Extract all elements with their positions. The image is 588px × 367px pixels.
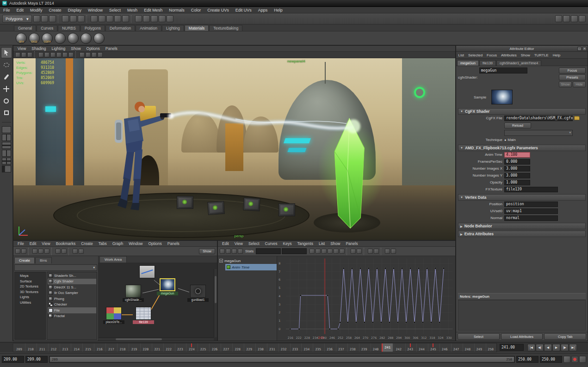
section-header-vertex-data[interactable]: ▼ Vertex Data: [458, 194, 586, 201]
section-header-collapsed[interactable]: ▶ Extra Attributes: [458, 231, 586, 237]
node-type-item[interactable]: Cgfx Shader: [48, 279, 96, 285]
attribute-editor-menu-item[interactable]: Attributes: [499, 52, 519, 58]
menu-item[interactable]: Mesh: [124, 7, 141, 13]
toggle-tool-settings-icon[interactable]: [563, 15, 570, 22]
go-to-end-button[interactable]: ▶|: [569, 344, 577, 351]
place2d-node[interactable]: place2dTe...: [103, 307, 124, 324]
range-slider-track[interactable]: 209 250: [49, 356, 515, 363]
menu-item[interactable]: Normals: [166, 7, 188, 13]
select-tool[interactable]: [1, 47, 12, 58]
render-settings-icon[interactable]: [167, 15, 173, 22]
attribute-value-field[interactable]: file139: [504, 187, 558, 192]
outliner-persp-layout[interactable]: [2, 165, 11, 172]
notes-header[interactable]: Notes: megaGun: [458, 293, 586, 300]
value-snap-icon[interactable]: [391, 249, 396, 254]
shaderfx-shelf-icon[interactable]: SFX: [16, 33, 27, 44]
single-pane-layout[interactable]: [2, 126, 11, 133]
node-type-item[interactable]: Phong: [48, 296, 96, 302]
graph-editor-menu-item[interactable]: Panels: [343, 241, 360, 246]
title-bar[interactable]: M Autodesk Maya LT 2014: [0, 0, 588, 7]
spline-tangents-icon[interactable]: [309, 249, 315, 254]
shelf-tab[interactable]: Curves: [37, 25, 57, 31]
attribute-editor-menu-item[interactable]: Selected: [466, 52, 484, 58]
safe-title-icon[interactable]: [68, 52, 74, 57]
menu-item[interactable]: Window: [85, 7, 106, 13]
menu-item[interactable]: Select: [106, 7, 124, 13]
graph-editor-menu-item[interactable]: List: [316, 241, 328, 246]
toggle-channel-box-icon[interactable]: [571, 15, 578, 22]
shelf-tab[interactable]: Deformation: [105, 25, 135, 31]
megagun-node[interactable]: megaGun: [157, 278, 178, 295]
viewport-canvas[interactable]: Verts: 486754 Edges: 931310 Polygons: 45…: [13, 58, 455, 240]
lambert-shelf-icon[interactable]: [80, 33, 92, 44]
category-item[interactable]: Lights: [15, 294, 45, 300]
category-item[interactable]: 2D Textures: [15, 284, 45, 289]
category-item[interactable]: Maya: [15, 273, 45, 279]
graph-editor-menu-item[interactable]: Curves: [262, 241, 280, 246]
lasso-tool[interactable]: [1, 59, 12, 70]
section-header-collapsed[interactable]: ▶ Node Behavior: [458, 223, 586, 229]
step-forward-frame-button[interactable]: |▶: [561, 344, 569, 351]
hypershade-menu-item[interactable]: Panels: [165, 241, 182, 246]
menu-set-selector[interactable]: Polygons ▾: [2, 15, 32, 23]
shader-node[interactable]: cgfxShade...: [123, 285, 144, 302]
show-bottom-tabs-icon[interactable]: [62, 249, 67, 254]
image-plane-icon[interactable]: [27, 52, 32, 57]
animation-start-field[interactable]: 209.00: [2, 356, 24, 363]
hypershade-menu-item[interactable]: Graph: [110, 241, 126, 246]
node-type-item[interactable]: Ilr Occ Sampler: [48, 290, 96, 296]
attribute-editor-menu-item[interactable]: Focus: [485, 52, 499, 58]
separator[interactable]: [51, 248, 54, 255]
node-type-item[interactable]: DirectX 11 S...: [48, 284, 96, 290]
select-hierarchy-icon[interactable]: [62, 15, 69, 22]
node-type-item[interactable]: File: [48, 307, 96, 313]
two-pane-stacked-layout[interactable]: [2, 142, 11, 149]
shelf-tab[interactable]: Materials: [185, 25, 209, 31]
current-time-field[interactable]: 241.00: [500, 344, 524, 351]
hypershade-menu-item[interactable]: Edit: [27, 241, 39, 246]
graph-editor-menu-item[interactable]: Keys: [280, 241, 295, 246]
attribute-editor-action-button[interactable]: Copy Tab: [544, 333, 586, 340]
resolution-gate-icon[interactable]: [50, 52, 56, 57]
shelf-tab[interactable]: Animation: [136, 25, 161, 31]
separator[interactable]: [347, 248, 349, 255]
attribute-value-field[interactable]: 3.000: [504, 166, 530, 171]
category-item[interactable]: 3D Textures: [15, 289, 45, 295]
reload-button[interactable]: Reload: [504, 122, 531, 128]
attribute-value-field[interactable]: 0.000: [504, 159, 530, 165]
viewport-menu-item[interactable]: Options: [84, 46, 103, 51]
hypershade-menu-item[interactable]: File: [15, 241, 27, 246]
graph-editor-menu-item[interactable]: Edit: [219, 241, 232, 246]
step-tangents-icon[interactable]: [334, 249, 339, 254]
menu-item[interactable]: Edit: [13, 7, 27, 13]
cgfx-file-field[interactable]: renderData\shaders\HSM_FX.cgfx: [504, 116, 573, 121]
node-type-item[interactable]: Checker: [48, 302, 96, 308]
node-graph-canvas[interactable]: cgfxShade... megaGun gunBlast1 place2dTe…: [99, 263, 217, 341]
rearrange-graph-icon[interactable]: [38, 249, 43, 254]
make-live-icon[interactable]: [122, 15, 129, 22]
graph-editor-menu-item[interactable]: View: [232, 241, 246, 246]
stats-time-field[interactable]: [256, 248, 281, 254]
node-name-field[interactable]: megaGun: [479, 67, 527, 73]
menu-item[interactable]: Edit UVs: [232, 7, 255, 13]
clamped-tangents-icon[interactable]: [316, 249, 321, 254]
range-slider-bar[interactable]: 209 250: [50, 357, 514, 362]
separator[interactable]: [68, 248, 71, 255]
auto-keyframe-icon[interactable]: [571, 356, 578, 363]
graph-editor-menu-item[interactable]: Tangents: [294, 241, 316, 246]
move-nearest-picked-key-icon[interactable]: [220, 249, 225, 254]
attribute-editor-menu-item[interactable]: TURTLE: [532, 52, 551, 58]
ramp-shader-shelf-icon[interactable]: [93, 33, 105, 44]
phong-shelf-icon[interactable]: [68, 33, 79, 44]
time-slider-ticks[interactable]: 2092102112122132142152162172182192202212…: [13, 343, 497, 352]
wireframe-icon[interactable]: [80, 52, 85, 57]
attribute-editor-action-button[interactable]: Select: [458, 333, 500, 340]
animation-end-field[interactable]: 250.00: [540, 356, 562, 363]
playback-end-field[interactable]: 250.00: [516, 356, 538, 363]
separator[interactable]: [87, 15, 89, 23]
focus-button[interactable]: Focus: [559, 67, 586, 73]
gate-mask-icon[interactable]: [56, 52, 62, 57]
close-panel-icon[interactable]: ✕: [582, 47, 587, 51]
menu-item[interactable]: Help: [271, 7, 286, 13]
attribute-editor-menu-item[interactable]: List: [456, 52, 466, 58]
